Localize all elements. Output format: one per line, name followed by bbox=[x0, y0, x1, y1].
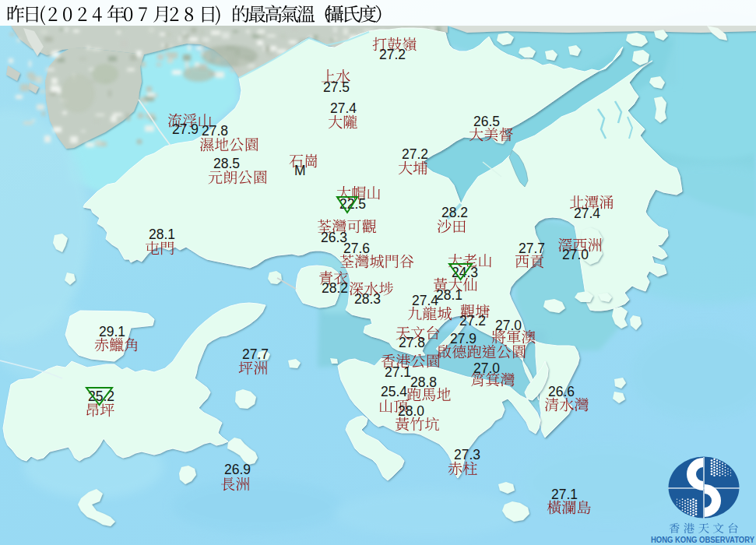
svg-text:27.2: 27.2 bbox=[379, 47, 406, 62]
svg-text:26.9: 26.9 bbox=[224, 462, 251, 477]
svg-text:28.1: 28.1 bbox=[149, 227, 175, 242]
svg-text:27.7: 27.7 bbox=[242, 346, 269, 362]
svg-text:29.1: 29.1 bbox=[99, 324, 125, 339]
svg-text:28.8: 28.8 bbox=[410, 374, 437, 390]
svg-text:28.3: 28.3 bbox=[354, 291, 381, 307]
svg-text:27.2: 27.2 bbox=[402, 146, 428, 162]
svg-text:27.6: 27.6 bbox=[343, 241, 370, 256]
svg-text:27.4: 27.4 bbox=[412, 293, 438, 308]
svg-text:27.0: 27.0 bbox=[473, 360, 500, 376]
svg-text:27.5: 27.5 bbox=[323, 79, 350, 95]
svg-text:28.1: 28.1 bbox=[436, 287, 462, 303]
svg-text:M: M bbox=[294, 163, 306, 178]
svg-text:25.4: 25.4 bbox=[381, 384, 407, 399]
svg-text:27.9: 27.9 bbox=[172, 121, 199, 137]
svg-text:27.3: 27.3 bbox=[454, 447, 480, 462]
svg-text:27.8: 27.8 bbox=[399, 335, 425, 350]
svg-text:27.1: 27.1 bbox=[551, 487, 578, 502]
svg-text:26.6: 26.6 bbox=[548, 384, 575, 399]
svg-text:28.2: 28.2 bbox=[441, 205, 468, 220]
svg-text:27.8: 27.8 bbox=[202, 123, 228, 139]
svg-text:28.5: 28.5 bbox=[213, 156, 240, 171]
svg-text:27.0: 27.0 bbox=[562, 247, 589, 262]
svg-text:HONG KONG OBSERVATORY: HONG KONG OBSERVATORY bbox=[651, 535, 755, 544]
svg-text:27.1: 27.1 bbox=[385, 364, 411, 380]
svg-text:26.5: 26.5 bbox=[473, 114, 500, 129]
svg-text:27.7: 27.7 bbox=[519, 241, 545, 256]
svg-text:28.2: 28.2 bbox=[322, 280, 348, 296]
svg-text:28.0: 28.0 bbox=[398, 403, 424, 419]
svg-text:27.2: 27.2 bbox=[459, 313, 486, 329]
svg-text:27.0: 27.0 bbox=[495, 318, 522, 333]
svg-text:27.4: 27.4 bbox=[574, 206, 600, 221]
svg-text:27.9: 27.9 bbox=[450, 331, 476, 346]
svg-text:27.4: 27.4 bbox=[330, 100, 357, 116]
